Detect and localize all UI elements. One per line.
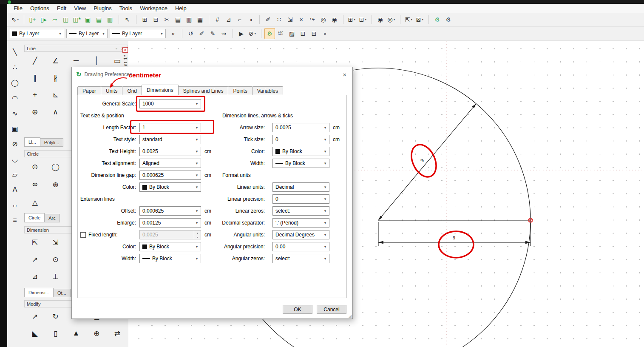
- chevron-down-icon[interactable]: ▾: [322, 245, 329, 249]
- app-preferences-icon[interactable]: ⚙: [432, 14, 443, 25]
- menu-workspace[interactable]: Workspace: [136, 4, 171, 12]
- modify-offset-icon[interactable]: ▯: [45, 325, 65, 342]
- insert-image-icon[interactable]: ▤: [173, 14, 183, 25]
- menu-plugins[interactable]: Plugins: [90, 4, 116, 12]
- copy-icon[interactable]: ⊞: [139, 14, 150, 25]
- chevron-down-icon[interactable]: ▾: [322, 233, 329, 237]
- order-tool-icon[interactable]: ≡: [8, 213, 22, 228]
- hatch-icon[interactable]: ▨: [287, 28, 297, 39]
- menu-file[interactable]: File: [10, 4, 26, 12]
- enlarge-combo[interactable]: 0.00125▾: [139, 218, 201, 228]
- drawing-preferences-active-button[interactable]: ⚙: [264, 28, 275, 39]
- kill-all-actions-icon[interactable]: ▶: [236, 28, 247, 39]
- drawing-window-tab[interactable]: × nt 1*: [122, 47, 128, 66]
- extension-width-combo[interactable]: By Block▾: [139, 254, 201, 263]
- pen-apply-icon[interactable]: ✎: [207, 28, 218, 39]
- menu-tools[interactable]: Tools: [116, 4, 136, 12]
- insert-tool-icon[interactable]: ▣: [8, 121, 22, 136]
- line-parallel-icon[interactable]: ∥: [25, 69, 45, 86]
- text-color-combo[interactable]: By Block▾: [139, 182, 201, 192]
- length-factor-combo[interactable]: 1▾: [139, 123, 201, 132]
- drawing-preferences-icon[interactable]: ⚙: [443, 14, 454, 25]
- current-action-button[interactable]: ⇖▾: [10, 14, 20, 25]
- chevron-down-icon[interactable]: ▾: [193, 149, 200, 154]
- offset-combo[interactable]: 0.000625▾: [139, 206, 201, 216]
- dimension-line-gap-combo[interactable]: 0.000625▾: [139, 171, 201, 180]
- circle-tool-icon[interactable]: ◯: [8, 75, 22, 90]
- chevron-down-icon[interactable]: ▾: [322, 125, 329, 130]
- zoom-window-icon[interactable]: ◎: [318, 14, 329, 25]
- chevron-down-icon[interactable]: ▾: [193, 161, 200, 165]
- snap-endpoint-icon[interactable]: ⊿: [223, 14, 234, 25]
- window-close-icon[interactable]: ×: [122, 47, 128, 53]
- tab-arc[interactable]: Arc: [44, 214, 60, 222]
- dim-ordinate-icon[interactable]: ⊿: [25, 268, 45, 285]
- pen-pick-icon[interactable]: ✐: [196, 28, 207, 39]
- arrow-size-combo[interactable]: 0.0025▾: [272, 123, 329, 132]
- chevron-down-icon[interactable]: ▾: [322, 149, 329, 154]
- pen-linetype-combo[interactable]: By Layer ▾: [110, 29, 166, 38]
- linear-zeros-combo[interactable]: select:▾: [272, 206, 329, 216]
- selection-pointer-icon[interactable]: ↖: [122, 14, 133, 25]
- open-drawing-icon[interactable]: ▱: [49, 14, 60, 25]
- chevron-down-icon[interactable]: ▾: [322, 185, 329, 189]
- redraw-icon[interactable]: ↺: [185, 28, 196, 39]
- line-angle-icon[interactable]: ∠: [45, 52, 65, 69]
- circle-center-point-icon[interactable]: ⊙: [25, 158, 45, 176]
- zoom-entity-menu-button[interactable]: ◎▾: [386, 14, 397, 25]
- dim-radial-icon[interactable]: ⊙: [45, 251, 65, 268]
- tab-units[interactable]: Units: [101, 86, 122, 95]
- print-preview-icon[interactable]: ▥: [105, 14, 115, 25]
- chevron-down-icon[interactable]: ▾: [322, 161, 329, 165]
- snap-auto-icon[interactable]: ↷: [307, 14, 318, 25]
- chevron-down-icon[interactable]: ▾: [100, 31, 107, 36]
- isometric-grid-icon[interactable]: ◑: [245, 14, 256, 25]
- draw-order-menu-button[interactable]: ⊞▾: [346, 14, 357, 25]
- text-height-combo[interactable]: 0.0025▾: [139, 147, 201, 156]
- chevron-down-icon[interactable]: ▾: [193, 173, 200, 177]
- tab-grid[interactable]: Grid: [122, 86, 142, 95]
- menu-help[interactable]: Help: [171, 4, 190, 12]
- chevron-down-icon[interactable]: ▾: [159, 31, 165, 36]
- print-icon[interactable]: ▤: [94, 14, 104, 25]
- export-image-icon[interactable]: ▣: [82, 14, 93, 25]
- line-relative-angle-icon[interactable]: ⊾: [45, 86, 65, 103]
- decimal-separator-combo[interactable]: '.' (Period)▾: [272, 218, 329, 228]
- modify-explode-icon[interactable]: ⇄: [107, 325, 128, 342]
- insert-block-icon[interactable]: ▥: [184, 14, 194, 25]
- tab-other[interactable]: Ot...: [53, 289, 71, 297]
- dialog-titlebar[interactable]: ↻ Drawing Preferences ×: [72, 67, 352, 82]
- tab-polyline[interactable]: Polyli...: [40, 138, 63, 147]
- snap-intersection-icon[interactable]: ×: [296, 14, 306, 25]
- chevron-down-icon[interactable]: ▾: [322, 209, 329, 213]
- dim-perpendicular-icon[interactable]: ⊥: [45, 268, 65, 285]
- modify-move-icon[interactable]: ↗: [25, 308, 45, 325]
- pen-color-combo[interactable]: By Layer ▾: [10, 29, 64, 38]
- resize-grip-icon[interactable]: ◢: [349, 314, 352, 318]
- chevron-down-icon[interactable]: ▾: [193, 245, 200, 249]
- circle-2-points-icon[interactable]: ◯: [45, 158, 65, 176]
- fixed-length-checkbox[interactable]: [80, 232, 86, 238]
- chevron-down-icon[interactable]: ▾: [193, 185, 200, 189]
- dimension-width-combo[interactable]: By Block▾: [272, 159, 329, 168]
- angular-precision-combo[interactable]: 0.00▾: [272, 242, 329, 251]
- line-tangent-circle-icon[interactable]: ⊕: [25, 103, 45, 120]
- radius-line-diagonal[interactable]: [378, 104, 476, 220]
- cancel-button[interactable]: Cancel: [317, 305, 346, 314]
- menu-edit[interactable]: Edit: [53, 4, 70, 12]
- restrict-orthogonal-icon[interactable]: ⌐: [234, 14, 245, 25]
- tab-circle[interactable]: Circle: [24, 213, 45, 222]
- menu-view[interactable]: View: [70, 4, 90, 12]
- text-alignment-combo[interactable]: Aligned▾: [139, 159, 201, 168]
- modify-round-icon[interactable]: ⊕: [86, 325, 107, 342]
- chevron-down-icon[interactable]: ▾: [193, 125, 200, 130]
- visibility-icon[interactable]: ◉: [375, 14, 386, 25]
- dialog-close-button[interactable]: ×: [341, 71, 348, 78]
- polyline-tool-icon[interactable]: ▱: [8, 167, 22, 182]
- line-tool-icon[interactable]: ╲: [8, 44, 22, 60]
- text-style-combo[interactable]: standard▾: [139, 135, 201, 144]
- tab-dimension[interactable]: Dimensi...: [24, 288, 54, 297]
- save-as-icon[interactable]: ◫*: [71, 14, 82, 25]
- select-window-menu-button[interactable]: ⊠▾: [414, 14, 425, 25]
- point-tool-icon[interactable]: ∴: [8, 60, 22, 75]
